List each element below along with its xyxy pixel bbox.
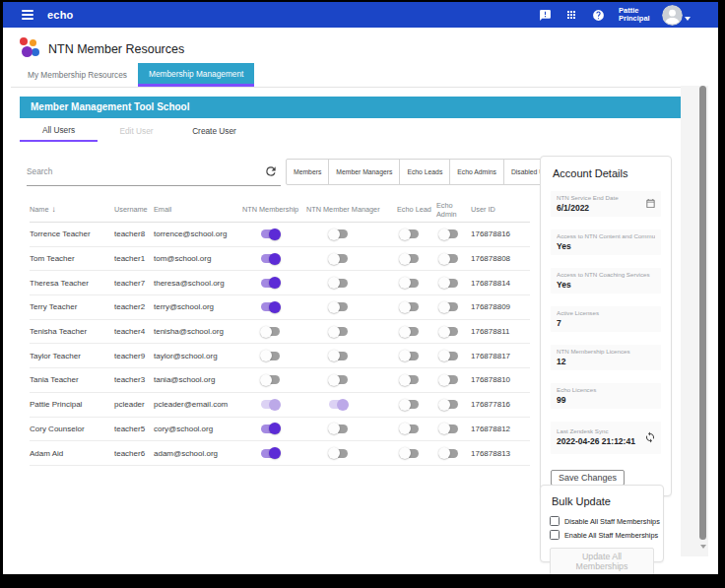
apps-grid-icon[interactable] (565, 9, 578, 22)
user-subtab[interactable]: Create User (175, 119, 253, 142)
filter-button[interactable]: Member Managers (328, 159, 400, 185)
sync-icon[interactable] (644, 429, 656, 447)
save-changes-button[interactable]: Save Changes (551, 470, 625, 486)
echo-admin-toggle[interactable] (438, 399, 459, 411)
echo-lead-toggle[interactable] (399, 253, 420, 265)
tool-banner: Member Management Tool School (20, 97, 692, 118)
echo-admin-toggle[interactable] (438, 350, 459, 361)
top-tab[interactable]: Membership Management (138, 63, 254, 87)
echo-lead-toggle[interactable] (399, 374, 420, 386)
echo-admin-toggle[interactable] (438, 423, 459, 434)
search-input[interactable] (27, 166, 264, 176)
user-subtab-label: All Users (42, 125, 75, 135)
checkbox[interactable] (550, 530, 560, 540)
username-cell: teacher9 (114, 352, 154, 360)
ntn-membership-toggle[interactable] (260, 350, 281, 361)
echo-admin-toggle[interactable] (438, 301, 459, 313)
ntn-member-manager-toggle[interactable] (328, 374, 349, 386)
ntn-membership-toggle[interactable] (260, 229, 281, 240)
username-cell: teacher5 (114, 425, 154, 433)
account-field-value: 99 (557, 394, 655, 406)
echo-lead-toggle[interactable] (399, 301, 420, 313)
echo-lead-toggle[interactable] (399, 447, 420, 459)
feedback-icon[interactable] (539, 9, 552, 22)
filter-button[interactable]: Members (286, 159, 329, 185)
username-cell: pcleader (114, 400, 154, 409)
account-field: Access to NTN Coaching Services Yes (551, 268, 661, 294)
filter-button[interactable]: Echo Admins (449, 159, 504, 185)
user-subtab[interactable]: Edit User (98, 119, 175, 142)
checkbox-label: Enable All Staff Memberships (564, 531, 658, 540)
ntn-member-manager-toggle[interactable] (328, 447, 349, 459)
scrollbar-thumb[interactable] (699, 86, 706, 540)
user-name-cell: Adam Aid (30, 449, 114, 458)
ntn-membership-toggle[interactable] (260, 447, 281, 459)
hamburger-menu-icon[interactable] (22, 8, 33, 21)
column-header-user-id: User ID (471, 205, 530, 214)
column-header-name[interactable]: Name↓ (30, 205, 114, 214)
checkbox[interactable] (550, 516, 560, 526)
table-row: Terry Teacher teacher2 terry@school.org … (30, 295, 530, 320)
echo-admin-toggle[interactable] (438, 326, 459, 338)
echo-lead-toggle[interactable] (399, 423, 420, 434)
ntn-member-manager-toggle[interactable] (328, 423, 349, 434)
echo-lead-toggle[interactable] (399, 350, 420, 361)
ntn-membership-toggle[interactable] (260, 423, 281, 434)
filter-button-group: Members Member Managers Echo Leads Echo … (286, 159, 564, 185)
account-field: Last Zendesk Sync 2022-04-26 21:12:41 (551, 422, 661, 454)
tabs-divider (11, 87, 706, 88)
ntn-membership-toggle[interactable] (260, 253, 281, 265)
user-subtab[interactable]: All Users (20, 119, 98, 142)
account-field-value: 2022-04-26 21:12:41 (557, 435, 655, 447)
user-name-cell: Torrence Teacher (30, 229, 114, 238)
echo-lead-toggle[interactable] (399, 326, 420, 338)
email-cell: terry@school.org (154, 302, 242, 311)
ntn-membership-toggle[interactable] (260, 399, 281, 411)
bulk-checkbox-row[interactable]: Disable All Staff Memberships (550, 516, 654, 526)
ntn-membership-toggle[interactable] (260, 326, 281, 338)
filter-button[interactable]: Echo Leads (399, 159, 450, 185)
echo-lead-toggle[interactable] (399, 229, 420, 240)
echo-admin-toggle[interactable] (438, 277, 459, 289)
ntn-member-manager-toggle[interactable] (328, 350, 349, 361)
ntn-membership-toggle[interactable] (260, 374, 281, 386)
refresh-icon[interactable] (264, 164, 278, 178)
users-table: Name↓ Username Email NTN Membership NTN … (30, 197, 530, 466)
table-row: Tania Teacher teacher3 tania@school.org … (30, 368, 530, 393)
scrollbar-down-arrow-icon[interactable] (700, 545, 706, 549)
account-field-label: NTN Membership Licences (557, 348, 655, 356)
ntn-member-manager-toggle[interactable] (328, 301, 349, 313)
ntn-member-manager-toggle[interactable] (328, 229, 349, 240)
account-field-value: 7 (557, 317, 655, 329)
ntn-logo (18, 37, 41, 61)
echo-lead-toggle[interactable] (399, 277, 420, 289)
user-subtab-label: Edit User (119, 126, 153, 136)
account-field-label: NTN Service End Date (557, 194, 655, 202)
top-tab[interactable]: My Membership Resources (17, 63, 138, 87)
ntn-member-manager-toggle[interactable] (328, 326, 349, 338)
ntn-membership-toggle[interactable] (260, 277, 281, 289)
echo-lead-toggle[interactable] (399, 399, 420, 411)
user-menu-caret-icon[interactable] (685, 17, 691, 21)
echo-admin-toggle[interactable] (438, 374, 459, 386)
bulk-checkbox-row[interactable]: Enable All Staff Memberships (550, 530, 654, 540)
ntn-membership-toggle[interactable] (260, 301, 281, 313)
table-row: Theresa Teacher teacher7 theresa@school.… (30, 271, 530, 295)
calendar-icon[interactable] (645, 195, 656, 213)
echo-admin-toggle[interactable] (438, 229, 459, 240)
ntn-member-manager-toggle[interactable] (328, 253, 349, 265)
ntn-member-manager-toggle[interactable] (328, 399, 349, 411)
table-row: Pattie Principal pcleader pcleader@email… (30, 393, 530, 418)
help-icon[interactable] (592, 9, 605, 22)
update-all-memberships-button[interactable]: Update All Memberships (550, 548, 654, 574)
user-id-cell: 176878817 (471, 352, 530, 360)
user-id-cell: 176878808 (471, 254, 530, 263)
ntn-member-manager-toggle[interactable] (328, 277, 349, 289)
echo-admin-toggle[interactable] (438, 447, 459, 459)
user-name[interactable]: Pattie Principal (619, 7, 654, 24)
account-field-label: Echo Licences (557, 386, 655, 394)
avatar[interactable] (662, 5, 683, 26)
page-title: NTN Member Resources (48, 42, 184, 56)
user-id-cell: 176878811 (471, 327, 530, 336)
echo-admin-toggle[interactable] (438, 253, 459, 265)
